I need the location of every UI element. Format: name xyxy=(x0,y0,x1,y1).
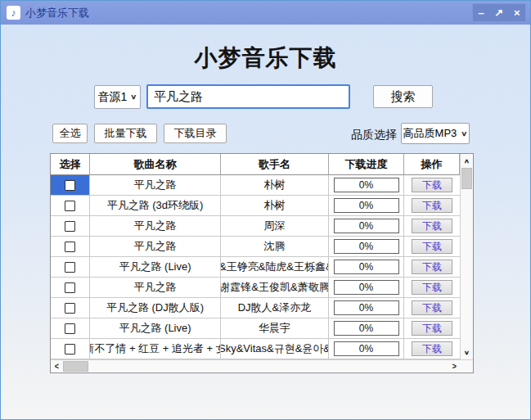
select-cell[interactable] xyxy=(51,196,90,216)
progress-indicator: 0% xyxy=(334,300,399,315)
artist-cell: DJ散人&泽亦龙 xyxy=(221,298,329,318)
action-cell: 下载 xyxy=(404,318,460,339)
song-name-cell: 平凡之路 (Live) xyxy=(90,257,221,278)
select-cell[interactable] xyxy=(51,175,90,196)
select-cell[interactable] xyxy=(51,278,90,298)
progress-cell: 0% xyxy=(329,237,404,257)
quality-select-value: 高品质MP3 xyxy=(403,126,457,141)
download-button[interactable]: 下载 xyxy=(412,280,452,295)
table-header: 选择 歌曲名称 歌手名 下载进度 操作 xyxy=(51,154,460,175)
progress-cell: 0% xyxy=(329,216,404,237)
close-icon[interactable]: × xyxy=(512,7,522,18)
artist-cell: Sky&Vitas&규현&윤아& xyxy=(221,339,329,359)
title-bar: ♪ 小梦音乐下载 – ↗ × xyxy=(1,1,530,25)
row-checkbox[interactable] xyxy=(65,282,75,293)
row-checkbox[interactable] xyxy=(65,344,75,355)
progress-indicator: 0% xyxy=(334,198,399,213)
maximize-icon[interactable]: ↗ xyxy=(493,7,505,18)
progress-cell: 0% xyxy=(329,339,404,359)
progress-cell: 0% xyxy=(329,278,404,298)
download-button[interactable]: 下载 xyxy=(412,239,452,254)
action-cell: 下载 xyxy=(404,175,460,196)
artist-cell: ;&王铮亮&陆虎&王栎鑫& xyxy=(221,257,329,278)
table-row: 平凡之路 谢霆锋&王俊凯&萧敬腾 0% 下载 xyxy=(51,278,460,298)
column-header-select: 选择 xyxy=(51,154,90,175)
row-checkbox[interactable] xyxy=(65,303,75,314)
progress-indicator: 0% xyxy=(334,341,399,356)
vertical-scrollbar[interactable]: ∧ ∨ xyxy=(460,154,473,359)
download-directory-button[interactable]: 下载目录 xyxy=(164,124,227,143)
row-checkbox[interactable] xyxy=(65,221,75,232)
progress-cell: 0% xyxy=(329,175,404,196)
minimize-icon[interactable]: – xyxy=(476,7,485,18)
page-title: 小梦音乐下载 xyxy=(1,43,530,74)
quality-label: 品质选择 xyxy=(351,128,397,142)
table-row: 平凡之路 (Live) ;&王铮亮&陆虎&王栎鑫& 0% 下载 xyxy=(51,257,460,278)
app-window: ♪ 小梦音乐下载 – ↗ × 小梦音乐下载 音源1 ∨ 搜索 全选 批量下载 下… xyxy=(0,0,531,420)
download-button[interactable]: 下载 xyxy=(412,219,452,233)
row-checkbox[interactable] xyxy=(65,180,75,191)
table-row: 平凡之路 (3d环绕版) 朴树 0% 下载 xyxy=(51,196,460,216)
song-name-cell: 平凡之路 (Live) xyxy=(90,318,221,339)
select-cell[interactable] xyxy=(51,298,90,318)
chevron-down-icon: ∨ xyxy=(461,129,467,138)
progress-cell: 0% xyxy=(329,298,404,318)
action-cell: 下载 xyxy=(404,216,460,237)
download-button[interactable]: 下载 xyxy=(412,198,452,213)
artist-cell: 沈腾 xyxy=(221,237,329,257)
select-cell[interactable] xyxy=(51,339,90,359)
artist-cell: 谢霆锋&王俊凯&萧敬腾 xyxy=(221,278,329,298)
column-header-artist: 歌手名 xyxy=(221,154,329,175)
select-cell[interactable] xyxy=(51,237,90,257)
song-name-cell: 平凡之路 xyxy=(90,175,221,196)
quality-select[interactable]: 高品质MP3 ∨ xyxy=(401,123,470,144)
download-button[interactable]: 下载 xyxy=(412,300,452,315)
progress-indicator: 0% xyxy=(334,219,399,233)
source-select-value: 音源1 xyxy=(98,90,128,105)
progress-cell: 0% xyxy=(329,318,404,339)
window-title: 小梦音乐下载 xyxy=(25,6,89,20)
row-checkbox[interactable] xyxy=(65,242,75,252)
song-name-cell: 平凡之路 xyxy=(90,278,221,298)
artist-cell: 周深 xyxy=(221,216,329,237)
scroll-down-icon[interactable]: ∨ xyxy=(461,350,473,356)
progress-cell: 0% xyxy=(329,257,404,278)
music-note-icon: ♪ xyxy=(7,6,20,20)
progress-cell: 0% xyxy=(329,196,404,216)
table-row: 平凡之路 (DJ散人版) DJ散人&泽亦龙 0% 下载 xyxy=(51,298,460,318)
artist-cell: 华晨宇 xyxy=(221,318,329,339)
download-button[interactable]: 下载 xyxy=(412,178,452,192)
action-cell: 下载 xyxy=(404,339,460,359)
progress-indicator: 0% xyxy=(334,260,399,274)
select-all-button[interactable]: 全选 xyxy=(52,124,88,143)
search-input[interactable] xyxy=(146,84,350,109)
scroll-right-icon[interactable]: > xyxy=(452,361,456,371)
select-cell[interactable] xyxy=(51,257,90,278)
source-select[interactable]: 音源1 ∨ xyxy=(94,85,141,109)
horizontal-scroll-thumb[interactable] xyxy=(63,361,88,372)
scroll-left-icon[interactable]: < xyxy=(55,361,59,371)
progress-indicator: 0% xyxy=(334,280,399,295)
download-button[interactable]: 下载 xyxy=(412,321,452,336)
column-header-song: 歌曲名称 xyxy=(90,154,221,175)
download-button[interactable]: 下载 xyxy=(412,341,452,356)
table-row: 平凡之路 沈腾 0% 下载 xyxy=(51,237,460,257)
window-controls: – ↗ × xyxy=(472,3,526,22)
song-table: 选择 歌曲名称 歌手名 下载进度 操作 平凡之路 朴树 0% 下载 平凡之路 (… xyxy=(50,153,474,373)
select-cell[interactable] xyxy=(51,216,90,237)
search-button[interactable]: 搜索 xyxy=(373,85,433,108)
vertical-scroll-thumb[interactable] xyxy=(461,168,472,189)
scroll-up-icon[interactable]: ∧ xyxy=(461,158,473,165)
row-checkbox[interactable] xyxy=(65,201,75,211)
chevron-down-icon: ∨ xyxy=(130,93,137,102)
row-checkbox[interactable] xyxy=(65,262,75,273)
artist-cell: 朴树 xyxy=(221,196,329,216)
select-cell[interactable] xyxy=(51,318,90,339)
column-header-action: 操作 xyxy=(404,154,460,175)
horizontal-scrollbar[interactable]: < > xyxy=(51,359,473,373)
download-button[interactable]: 下载 xyxy=(412,260,452,274)
artist-cell: 朴树 xyxy=(221,175,329,196)
batch-download-button[interactable]: 批量下载 xyxy=(94,124,157,143)
row-checkbox[interactable] xyxy=(65,323,75,334)
progress-indicator: 0% xyxy=(334,239,399,254)
